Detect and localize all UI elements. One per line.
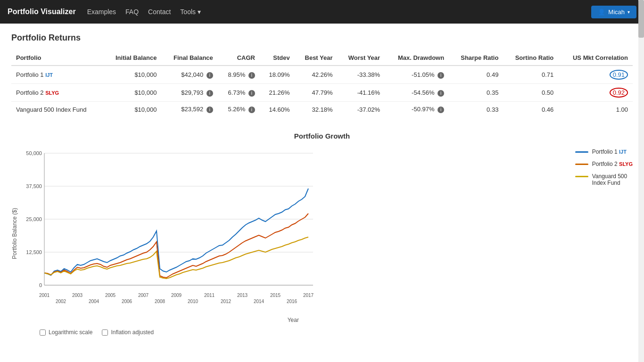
col-best-year: Best Year xyxy=(295,50,338,66)
cagr-cell: 6.73% i xyxy=(218,84,260,102)
correlation-cell: 0.91 xyxy=(558,66,633,84)
svg-text:2001: 2001 xyxy=(39,293,50,298)
worst-year-cell: -41.16% xyxy=(338,84,385,102)
dropdown-caret-icon: ▾ xyxy=(627,9,630,15)
scrollbar-thumb[interactable] xyxy=(638,0,644,38)
info-icon[interactable]: i xyxy=(248,72,255,79)
best-year-cell: 32.18% xyxy=(295,102,338,117)
svg-text:2009: 2009 xyxy=(171,293,182,298)
returns-table: Portfolio Initial Balance Final Balance … xyxy=(11,50,633,117)
svg-text:2014: 2014 xyxy=(254,299,264,304)
cagr-cell: 8.95% i xyxy=(218,66,260,84)
nav-contact[interactable]: Contact xyxy=(148,8,171,16)
max-drawdown-cell: -50.97% i xyxy=(385,102,449,117)
chart-section: Portfolio Growth Portfolio Balance ($) 5… xyxy=(11,132,633,336)
correlation-value: 1.00 xyxy=(616,106,628,113)
user-menu-button[interactable]: 👤 Micah ▾ xyxy=(591,6,636,18)
col-max-drawdown: Max. Drawdown xyxy=(385,50,449,66)
svg-text:2012: 2012 xyxy=(221,299,231,304)
main-content: Portfolio Returns Portfolio Initial Bala… xyxy=(0,24,644,345)
sharpe-cell: 0.33 xyxy=(449,102,503,117)
sharpe-cell: 0.35 xyxy=(449,84,503,102)
stdev-cell: 18.09% xyxy=(260,66,295,84)
svg-text:2013: 2013 xyxy=(237,293,248,298)
info-icon[interactable]: i xyxy=(206,107,213,113)
col-us-mkt-correlation: US Mkt Correlation xyxy=(558,50,633,66)
info-icon[interactable]: i xyxy=(248,90,255,97)
info-icon[interactable]: i xyxy=(206,90,213,97)
table-row: Portfolio 1 IJT $10,000 $42,040 i 8.95% … xyxy=(11,66,633,84)
nav-links: Examples FAQ Contact Tools ▾ xyxy=(87,8,592,16)
portfolio-name-cell: Vanguard 500 Index Fund xyxy=(11,102,103,117)
col-portfolio: Portfolio xyxy=(11,50,103,66)
info-icon[interactable]: i xyxy=(438,72,444,79)
legend-item-vanguard: Vanguard 500Index Fund xyxy=(575,173,633,186)
user-icon: 👤 xyxy=(598,8,605,16)
initial-balance-cell: $10,000 xyxy=(103,102,162,117)
svg-text:2011: 2011 xyxy=(204,293,215,298)
table-row: Portfolio 2 SLYG $10,000 $29,793 i 6.73%… xyxy=(11,84,633,102)
chart-legend: Portfolio 1 IJT Portfolio 2 SLYG Vanguar… xyxy=(566,144,633,186)
page-title: Portfolio Returns xyxy=(11,33,633,43)
final-balance-cell: $29,793 i xyxy=(161,84,217,102)
portfolio-name-cell: Portfolio 2 SLYG xyxy=(11,84,103,102)
svg-text:12,500: 12,500 xyxy=(26,249,42,255)
sharpe-cell: 0.49 xyxy=(449,66,503,84)
legend-line-blue xyxy=(575,151,588,153)
correlation-value: 0.91 xyxy=(610,70,628,80)
max-drawdown-cell: -54.56% i xyxy=(385,84,449,102)
y-axis-label: Portfolio Balance ($) xyxy=(11,208,18,259)
info-icon[interactable]: i xyxy=(438,90,444,97)
initial-balance-cell: $10,000 xyxy=(103,84,162,102)
svg-text:2006: 2006 xyxy=(122,299,132,304)
chevron-down-icon: ▾ xyxy=(198,8,201,16)
info-icon[interactable]: i xyxy=(206,72,213,79)
inflation-adjusted-input[interactable] xyxy=(102,329,108,336)
legend-label-portfolio1: Portfolio 1 IJT xyxy=(592,148,627,155)
correlation-value: 0.92 xyxy=(610,88,628,98)
col-sortino-ratio: Sortino Ratio xyxy=(503,50,558,66)
worst-year-cell: -37.02% xyxy=(338,102,385,117)
chart-svg: 50,000 37,500 25,000 12,500 0 2001 2003 … xyxy=(21,144,332,313)
initial-balance-cell: $10,000 xyxy=(103,66,162,84)
portfolio-name-cell: Portfolio 1 IJT xyxy=(11,66,103,84)
svg-text:2017: 2017 xyxy=(303,293,314,298)
logarithmic-scale-input[interactable] xyxy=(40,329,46,336)
final-balance-cell: $42,040 i xyxy=(161,66,217,84)
svg-text:2016: 2016 xyxy=(287,299,297,304)
stdev-cell: 21.26% xyxy=(260,84,295,102)
svg-text:0: 0 xyxy=(39,282,42,288)
brand: Portfolio Visualizer xyxy=(8,8,76,16)
legend-line-gold xyxy=(575,176,588,177)
table-row: Vanguard 500 Index Fund $10,000 $23,592 … xyxy=(11,102,633,117)
col-stdev: Stdev xyxy=(260,50,295,66)
navbar: Portfolio Visualizer Examples FAQ Contac… xyxy=(0,0,644,24)
chart-wrapper: 50,000 37,500 25,000 12,500 0 2001 2003 … xyxy=(21,144,566,323)
svg-text:2003: 2003 xyxy=(72,293,83,298)
final-balance-cell: $23,592 i xyxy=(161,102,217,117)
col-sharpe-ratio: Sharpe Ratio xyxy=(449,50,503,66)
x-axis-label: Year xyxy=(21,317,566,323)
scrollbar-track[interactable] xyxy=(638,0,644,345)
nav-examples[interactable]: Examples xyxy=(87,8,116,16)
legend-item-portfolio2: Portfolio 2 SLYG xyxy=(575,161,633,167)
svg-text:50,000: 50,000 xyxy=(26,150,42,156)
legend-item-portfolio1: Portfolio 1 IJT xyxy=(575,148,633,155)
max-drawdown-cell: -51.05% i xyxy=(385,66,449,84)
stdev-cell: 14.60% xyxy=(260,102,295,117)
sortino-cell: 0.46 xyxy=(503,102,558,117)
legend-ticker-ijt: IJT xyxy=(619,149,627,155)
svg-text:2008: 2008 xyxy=(155,299,165,304)
info-icon[interactable]: i xyxy=(438,107,444,113)
svg-text:2005: 2005 xyxy=(105,293,116,298)
nav-tools[interactable]: Tools ▾ xyxy=(180,8,201,16)
inflation-adjusted-checkbox[interactable]: Inflation adjusted xyxy=(102,329,154,336)
inflation-adjusted-label: Inflation adjusted xyxy=(111,329,154,336)
col-cagr: CAGR xyxy=(218,50,260,66)
svg-text:25,000: 25,000 xyxy=(26,216,42,222)
nav-faq[interactable]: FAQ xyxy=(125,8,139,16)
info-icon[interactable]: i xyxy=(248,107,255,113)
logarithmic-scale-checkbox[interactable]: Logarithmic scale xyxy=(40,329,92,336)
col-worst-year: Worst Year xyxy=(338,50,385,66)
chart-title: Portfolio Growth xyxy=(11,132,633,140)
